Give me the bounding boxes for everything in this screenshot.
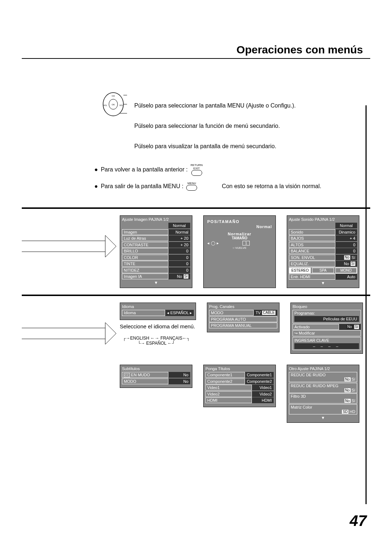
ponga-titulos-header: Ponga Títulos — [205, 366, 274, 371]
tinte-val[interactable]: 0 — [168, 261, 190, 267]
remote-dpad-icon: CH OK VOL VOL — [102, 92, 127, 117]
down-arrow-icon: ▼ — [289, 281, 357, 285]
pos-vuelve[interactable]: ○ VUELVE — [207, 246, 272, 250]
idioma-panel: Idioma Idioma◂ ESPAÑOL ▸ — [120, 303, 196, 320]
matriz-row[interactable]: Matriz Color SD HD — [289, 404, 357, 414]
hdmi-in-lbl: Entr. HDMI — [289, 274, 335, 280]
comp2-val[interactable]: Componente2 — [245, 378, 274, 384]
subtitulos-header: Subtítulos — [122, 366, 190, 371]
hdmi-val[interactable]: HDMI — [252, 397, 274, 403]
video2-val[interactable]: Video2 — [252, 391, 274, 397]
enmudo-val[interactable]: No — [168, 372, 190, 378]
instruction-1: Púlselo para seleccionar la pantalla MEN… — [134, 102, 370, 109]
programa-auto[interactable]: PROGRAMA AUTO — [209, 316, 277, 322]
balance-val[interactable]: 0 — [335, 248, 357, 254]
sub-modo-val[interactable]: No — [168, 378, 190, 384]
svg-text:OK: OK — [112, 104, 115, 106]
nitidez-val[interactable]: 0 — [168, 267, 190, 273]
pos-normal[interactable]: Normal — [207, 224, 272, 229]
svg-text:VOL: VOL — [103, 104, 107, 106]
ruido-row[interactable]: REDUC DE RUIDO No Sí — [289, 372, 357, 382]
sub-modo-lbl: MODO — [122, 378, 168, 384]
hdmi-in-val[interactable]: Auto — [335, 274, 357, 280]
imagenia-val[interactable]: NoSí — [168, 274, 190, 279]
pos-num: 1 — [242, 241, 250, 246]
bloqueo-panel: Bloqueo Programas: Películas de EEUU Act… — [290, 303, 363, 354]
right-page-border — [366, 105, 367, 504]
equaliz-lbl: EQUALIZ. — [289, 261, 335, 267]
comp1-val[interactable]: Componente1 — [245, 372, 274, 378]
svg-marker-11 — [105, 235, 116, 257]
pos-title: POS/TAMAÑO — [207, 219, 272, 224]
estereo-btn[interactable]: ESTEREO — [289, 268, 311, 273]
ponga-titulos-panel: Ponga Títulos Componente1Componente1 Com… — [203, 365, 276, 407]
down-arrow-icon: ▼ — [122, 281, 190, 284]
return-exit-button-icon: RETURN EXIT — [191, 163, 203, 176]
svg-text:VOL: VOL — [119, 104, 123, 106]
programas-val[interactable]: Películas de EEUU — [294, 316, 359, 322]
pos-tamano-panel: POS/TAMAÑO Normal Normalizar TAMAÑO ◂ ◯ … — [203, 215, 276, 288]
equaliz-val[interactable]: NoSí — [335, 261, 357, 267]
ruido-mpeg-row[interactable]: REDUC DE RUIDO MPEG No Sí — [289, 383, 357, 393]
normal-vision-text: Con esto se retorna a la visión normal. — [222, 183, 321, 190]
video1-lbl: Video1 — [205, 385, 252, 390]
altos-lbl: ALTOS — [289, 242, 335, 248]
sonido-lbl: Sonido — [289, 229, 335, 235]
bajos-val[interactable]: + 4 — [335, 235, 357, 241]
envol-val[interactable]: NoSí — [335, 255, 357, 260]
modo-lbl: MODO — [209, 310, 254, 316]
imagen-normal-btn[interactable]: Normal — [168, 223, 190, 228]
filtro3d-row[interactable]: Filtro 3D No Sí — [289, 393, 357, 404]
programas-lbl: Programas: — [294, 311, 359, 315]
brillo-val[interactable]: 0 — [168, 248, 190, 254]
imagenia-lbl: Imagen IA — [122, 274, 168, 279]
bajos-lbl: BAJOS — [289, 235, 335, 241]
brillo-lbl: BRILLO — [122, 248, 168, 254]
prog-canales-panel: Prog. Canales MODOTVCABLE PROGRAMA AUTO … — [207, 303, 279, 332]
clave-input[interactable]: – – – – — [294, 343, 359, 349]
idioma-caption: Seleccione el idioma del menú. — [120, 323, 196, 330]
imagen-val[interactable]: Normal — [168, 229, 190, 235]
spa-btn[interactable]: SPA — [312, 268, 334, 273]
bullet-menu-text: Para salir de la pantalla MENU : — [101, 183, 184, 190]
instruction-3: Púlselo para visualizar la pantalla de m… — [134, 143, 370, 150]
idioma-lbl: Idioma — [122, 310, 165, 316]
bloqueo-header: Bloqueo — [293, 304, 361, 309]
pos-normalizar[interactable]: Normalizar — [207, 232, 272, 236]
sonido-normal-btn[interactable]: Normal — [335, 223, 357, 228]
lang-cycle: ┌→ENGLISH ←→ FRANÇAIS←┐ └→ ESPAÑOL ←┘ — [120, 333, 193, 348]
comp1-lbl: Componente1 — [205, 372, 245, 378]
luz-val[interactable]: + 20 — [168, 235, 190, 241]
mono-btn[interactable]: MONO — [335, 268, 357, 273]
hdmi-lbl: HDMI — [205, 397, 252, 403]
activado-val[interactable]: NoSí — [339, 324, 361, 330]
sonido-val[interactable]: Dinamico — [335, 229, 357, 235]
programa-manual[interactable]: PROGRAMA MANUAL — [209, 323, 277, 328]
bullet-dot: ● — [94, 183, 98, 190]
modificar[interactable]: ↪ Modificar — [293, 330, 361, 336]
video2-lbl: Video2 — [205, 391, 252, 397]
subtitulos-panel: Subtítulos CC EN MUDONo MODONo — [120, 365, 192, 388]
altos-val[interactable]: 0 — [335, 242, 357, 248]
imagen-lbl: Imagen — [122, 229, 168, 235]
video1-val[interactable]: Video1 — [252, 385, 274, 390]
color-val[interactable]: 0 — [168, 255, 190, 260]
clave-lbl: INGRESAR CLAVE — [294, 338, 359, 343]
dpad-center-icon: ◯ — [211, 241, 215, 246]
tinte-lbl: TINTE — [122, 261, 168, 267]
contraste-val[interactable]: + 20 — [168, 242, 190, 248]
guide-arrow-icon — [22, 317, 116, 361]
prog-canales-header: Prog. Canales — [209, 304, 277, 309]
bullet-dot: ● — [94, 166, 98, 173]
left-arrow-icon[interactable]: ◂ — [207, 241, 209, 246]
ajuste-sonido-panel: Ajuste Sonido PAJINA 1/2 Normal SonidoDi… — [287, 215, 359, 288]
idioma-val[interactable]: ◂ ESPAÑOL ▸ — [165, 310, 194, 316]
svg-text:CH: CH — [112, 95, 115, 97]
right-arrow-icon[interactable]: ▸ — [217, 241, 219, 246]
instruction-2: Púlselo para seleccionar la función de m… — [134, 123, 370, 129]
envol-lbl: SON. ENVOL — [289, 255, 335, 260]
guide-arrow-icon — [22, 230, 116, 274]
ajuste-sonido-header: Ajuste Sonido PAJINA 1/2 — [289, 217, 357, 222]
contraste-lbl: CONTRASTE — [122, 242, 168, 248]
modo-val[interactable]: TVCABLE — [254, 310, 277, 316]
